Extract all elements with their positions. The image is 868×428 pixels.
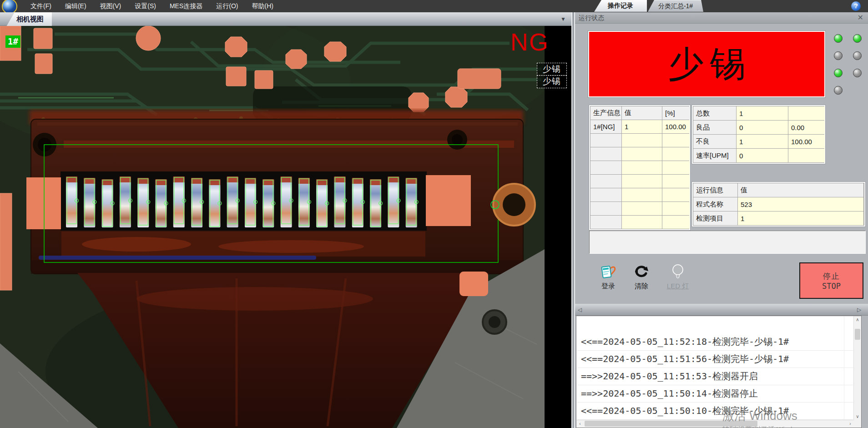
stat-label: 总数 [693, 106, 736, 120]
table-cell-empty [622, 161, 662, 174]
inspection-result-label: NG [510, 28, 549, 56]
led-bulb-icon [662, 264, 694, 280]
help-icon[interactable]: ? [851, 1, 861, 11]
status-light [834, 34, 843, 43]
table-cell-empty [662, 134, 690, 147]
column-header: 值 [622, 106, 662, 120]
scrollbar-corner [854, 420, 861, 428]
column-header: 运行信息 [693, 183, 737, 197]
status-light [834, 86, 843, 95]
log-entry[interactable]: <<==2024-05-05_11:52:18-检测完毕-少锡-1# [577, 333, 853, 351]
tab-camera-view[interactable]: 相机视图 [6, 12, 52, 26]
clear-label: 清除 [626, 282, 657, 291]
close-icon[interactable]: ✕ [858, 14, 863, 22]
table-cell-empty [590, 202, 621, 215]
menu-mes-connector[interactable]: MES连接器 [163, 0, 209, 12]
message-box [589, 231, 866, 254]
tab-camera-view-label: 相机视图 [16, 15, 44, 24]
scroll-up-icon[interactable]: ∧ [854, 316, 861, 323]
log-tabbar [575, 304, 868, 316]
menu-bar: 文件(F) 编辑(E) 视图(V) 设置(S) MES连接器 运行(O) 帮助(… [0, 0, 868, 12]
column-header: 值 [738, 183, 863, 197]
log-rows: <<==2024-05-05_11:52:18-检测完毕-少锡-1# <<==2… [577, 333, 853, 420]
table-cell[interactable]: 1#[NG] [590, 120, 621, 133]
runinfo-label: 检测项目 [693, 211, 737, 225]
camera-id-badge: 1# [5, 35, 20, 48]
table-cell-empty [622, 216, 662, 229]
clear-button[interactable]: 清除 [626, 264, 657, 291]
runinfo-table: 运行信息 值 程式名称 523 检测项目 1 [693, 183, 864, 226]
table-cell-empty [590, 216, 621, 229]
vertical-scroll-thumb[interactable] [855, 329, 860, 340]
column-header: [%] [662, 106, 690, 120]
status-light [853, 34, 862, 43]
table-cell-empty [622, 202, 662, 215]
tab-operation-log[interactable]: 操作记录 [594, 0, 647, 12]
stop-label-cn: 停止 [823, 271, 840, 282]
app-window: 文件(F) 编辑(E) 视图(V) 设置(S) MES连接器 运行(O) 帮助(… [0, 0, 868, 428]
scroll-right-icon[interactable]: › [847, 420, 854, 428]
log-entry[interactable]: <<==2024-05-05_11:50:10-检测完毕-少锡-1# [577, 403, 853, 420]
menu-run[interactable]: 运行(O) [209, 0, 245, 12]
horizontal-scroll-thumb[interactable] [585, 421, 757, 427]
menu-file[interactable]: 文件(F) [24, 0, 58, 12]
log-entry[interactable]: ==>>2024-05-05_11:51:53-检测器开启 [577, 368, 853, 385]
stats-table: 总数 1 良品 0 0.00 不良 1 100.00 速率[UPM] 0 [693, 106, 824, 163]
camera-view[interactable]: 1# NG 少锡 少锡 [0, 26, 571, 428]
scroll-left-icon[interactable]: ‹ [576, 420, 584, 428]
panel-splitter[interactable] [571, 12, 575, 428]
table-cell: 1 [622, 120, 662, 133]
stat-label: 不良 [693, 135, 736, 148]
log-entry[interactable]: <<==2024-05-05_11:51:56-检测完毕-少锡-1# [577, 351, 853, 368]
stat-label: 良品 [693, 121, 736, 134]
tab-scroll-right-icon[interactable]: ▷ [857, 307, 861, 313]
runinfo-label: 程式名称 [693, 197, 737, 211]
menu-view[interactable]: 视图(V) [93, 0, 128, 12]
table-cell-empty [622, 188, 662, 201]
production-table: 生产信息 值 [%] 1#[NG] 1 100.00 [590, 106, 689, 229]
led-label: LED 灯 [662, 282, 694, 291]
table-cell: 100.00 [662, 120, 690, 133]
tab-scroll-left-icon[interactable]: ◁ [578, 307, 582, 313]
defect-tag: 少锡 [537, 63, 567, 76]
vertical-scrollbar[interactable]: ∧ ∨ [853, 316, 861, 420]
menu-edit[interactable]: 编辑(E) [58, 0, 93, 12]
pcb-image [0, 26, 571, 428]
table-cell-empty [622, 134, 662, 147]
runinfo-value: 1 [738, 211, 863, 225]
login-button[interactable]: 登录 [592, 264, 624, 291]
stat-pct: 100.00 [788, 135, 825, 148]
menu-help[interactable]: 帮助(H) [245, 0, 280, 12]
table-cell-empty [590, 161, 621, 174]
column-header: 生产信息 [590, 106, 621, 120]
operation-log-list[interactable]: <<==2024-05-05_11:52:18-检测完毕-少锡-1# <<==2… [576, 316, 862, 428]
status-panel-title: 运行状态 [579, 14, 604, 21]
chevron-down-icon[interactable]: ▼ [560, 16, 566, 22]
scroll-down-icon[interactable]: ∨ [854, 413, 861, 420]
status-light [834, 51, 843, 60]
defect-banner-text: 少锡 [668, 40, 752, 88]
stat-label: 速率[UPM] [693, 149, 736, 162]
horizontal-scrollbar[interactable]: ‹ › [576, 420, 854, 428]
stop-button[interactable]: 停止 STOP [799, 262, 863, 299]
runinfo-value: 523 [738, 197, 863, 211]
table-cell-empty [662, 161, 690, 174]
defect-tag: 少锡 [537, 75, 567, 88]
table-cell-empty [662, 147, 690, 161]
table-cell-empty [590, 147, 621, 161]
table-cell-empty [662, 202, 690, 215]
menu-settings[interactable]: 设置(S) [128, 0, 163, 12]
stat-value: 1 [737, 135, 788, 148]
table-cell-empty [662, 188, 690, 201]
log-column-divider [844, 316, 844, 420]
table-cell-empty [590, 175, 621, 188]
stat-pct [788, 149, 825, 162]
led-light-button[interactable]: LED 灯 [662, 264, 694, 291]
table-cell-empty [622, 175, 662, 188]
table-cell-empty [590, 188, 621, 201]
login-label: 登录 [592, 282, 624, 291]
tab-classification-summary[interactable]: 分类汇总-1# [648, 0, 703, 12]
defect-banner: 少锡 [588, 31, 825, 97]
stat-pct [788, 106, 825, 120]
log-entry[interactable]: ==>>2024-05-05_11:50:14-检测器停止 [577, 385, 853, 403]
